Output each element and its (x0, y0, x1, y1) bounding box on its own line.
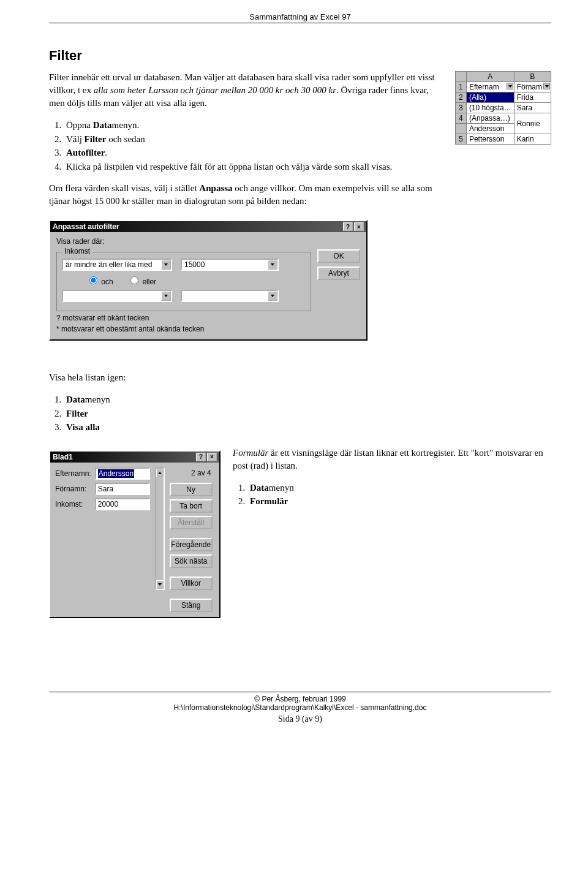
form-desc-text: är ett visningsläge där listan liknar et… (233, 448, 543, 471)
form-step-1: Datamenyn (247, 481, 551, 495)
document-header: Sammanfattning av Excel 97 (49, 12, 551, 23)
form-dialog: Blad1 ? × Efternamn: Andersson Förnamn: … (49, 450, 221, 618)
help-button[interactable]: ? (343, 222, 353, 231)
restore-step-1: Datamenyn (64, 393, 551, 407)
restore-button[interactable]: Återställ (170, 516, 213, 529)
record-counter: 2 av 4 (170, 467, 213, 480)
dialog-titlebar: Anpassat autofilter ? × (50, 221, 366, 232)
operator-field-1[interactable] (63, 260, 161, 270)
chevron-down-icon[interactable] (268, 260, 277, 270)
cell-frida: Frida (514, 93, 551, 103)
cell-karin: Karin (514, 134, 551, 145)
input-inkomst[interactable] (95, 498, 150, 510)
page-footer: © Per Åsberg, februari 1999 H:\Informati… (49, 692, 551, 724)
col-head-b: B (514, 72, 551, 82)
radio-or[interactable]: eller (127, 278, 156, 286)
close-button[interactable]: × (354, 222, 364, 231)
input-efternamn[interactable]: Andersson (95, 467, 150, 480)
form-title: Blad1 (53, 453, 195, 461)
ok-button[interactable]: OK (317, 249, 360, 263)
dialog-title: Anpassat autofilter (53, 222, 342, 231)
intro-example: alla som heter Larsson och tjänar mellan… (94, 85, 336, 95)
dropdown-item-anpassa[interactable]: (Anpassa…) (466, 113, 514, 124)
close-button[interactable]: × (207, 453, 217, 461)
delete-button[interactable]: Ta bort (170, 499, 213, 513)
new-button[interactable]: Ny (170, 483, 213, 496)
and-or-radios: och eller (86, 274, 306, 286)
hint-question: ? motsvarar ett okänt tecken (56, 314, 311, 322)
cancel-button[interactable]: Avbryt (317, 266, 360, 280)
operator-combo-1[interactable] (62, 259, 172, 271)
restore-step-2: Filter (64, 407, 551, 421)
cell-ronnie: Ronnie (514, 113, 551, 134)
form-fields: Efternamn: Andersson Förnamn: Inkomst: (55, 467, 150, 510)
restore-step-3: Visa alla (64, 420, 551, 434)
form-desc-lead: Formulär (233, 448, 268, 458)
restore-heading: Visa hela listan igen: (49, 371, 551, 384)
step-4: Klicka på listpilen vid respektive fält … (64, 160, 443, 174)
restore-list: Datamenyn Filter Visa alla (49, 393, 551, 434)
value-field-2[interactable] (182, 291, 268, 301)
spreadsheet-illustration: A B 1 Efternam Förnam 2 (Alla) (455, 71, 551, 145)
corner-cell (455, 72, 466, 82)
header-fornamn[interactable]: Förnam (514, 82, 551, 93)
cell-sara: Sara (514, 103, 551, 113)
show-rows-label: Visa rader där: (56, 237, 360, 246)
record-scrollbar[interactable] (155, 467, 165, 590)
criteria-group: Inkomst och (56, 252, 311, 311)
dropdown-item-andersson[interactable]: Andersson (466, 124, 514, 134)
form-steps-list: Datamenyn Formulär (233, 481, 551, 508)
chevron-down-icon[interactable] (161, 260, 171, 270)
autofilter-dialog: Anpassat autofilter ? × Visa rader där: … (49, 220, 368, 341)
dropdown-arrow-icon[interactable] (543, 83, 550, 89)
row-head-1: 1 (455, 82, 466, 93)
form-titlebar: Blad1 ? × (50, 452, 219, 463)
label-efternamn: Efternamn: (55, 469, 91, 478)
dropdown-item-pettersson[interactable]: Pettersson (466, 134, 514, 145)
footer-path: H:\Informationsteknologi\Standardprogram… (49, 703, 551, 712)
footer-page: Sida 9 (av 9) (49, 714, 551, 724)
group-legend: Inkomst (62, 247, 92, 255)
form-step-2: Formulär (247, 494, 551, 508)
step-3: Autofilter. (64, 146, 443, 160)
prev-button[interactable]: Föregående (170, 538, 213, 551)
filter-steps-list: Öppna Datamenyn. Välj Filter och sedan A… (49, 118, 443, 173)
col-head-a: A (466, 72, 514, 82)
operator-combo-2[interactable] (62, 290, 172, 302)
operator-field-2[interactable] (63, 291, 161, 301)
chevron-down-icon[interactable] (268, 291, 277, 301)
form-description: Formulär är ett visningsläge där listan … (233, 447, 551, 517)
dropdown-item-10hogsta[interactable]: (10 högsta… (466, 103, 514, 113)
scroll-up-icon[interactable] (156, 469, 164, 477)
scroll-down-icon[interactable] (156, 580, 164, 589)
intro-paragraph: Filter innebär ett urval ur databasen. M… (49, 71, 443, 110)
input-fornamn[interactable] (95, 483, 150, 495)
header-efternamn[interactable]: Efternam (466, 82, 514, 93)
hint-asterisk: * motsvarar ett obestämt antal okända te… (56, 325, 311, 333)
label-inkomst: Inkomst: (55, 500, 91, 508)
section-title: Filter (49, 48, 551, 64)
value-combo-2[interactable] (181, 290, 279, 302)
footer-copyright: © Per Åsberg, februari 1999 (49, 695, 551, 703)
criteria-button[interactable]: Villkor (170, 576, 213, 590)
anpassa-paragraph: Om flera värden skall visas, välj i stäl… (49, 182, 443, 208)
chevron-down-icon[interactable] (161, 291, 171, 301)
radio-and[interactable]: och (86, 278, 113, 286)
dropdown-item-alla[interactable]: (Alla) (466, 93, 514, 103)
value-field-1[interactable] (182, 260, 268, 270)
value-combo-1[interactable] (181, 259, 279, 271)
label-fornamn: Förnamn: (55, 485, 91, 493)
step-1: Öppna Datamenyn. (64, 118, 443, 132)
help-button[interactable]: ? (196, 453, 206, 461)
close-form-button[interactable]: Stäng (170, 599, 213, 612)
next-button[interactable]: Sök nästa (170, 554, 213, 568)
dropdown-arrow-icon[interactable] (507, 83, 513, 89)
step-2: Välj Filter och sedan (64, 132, 443, 146)
